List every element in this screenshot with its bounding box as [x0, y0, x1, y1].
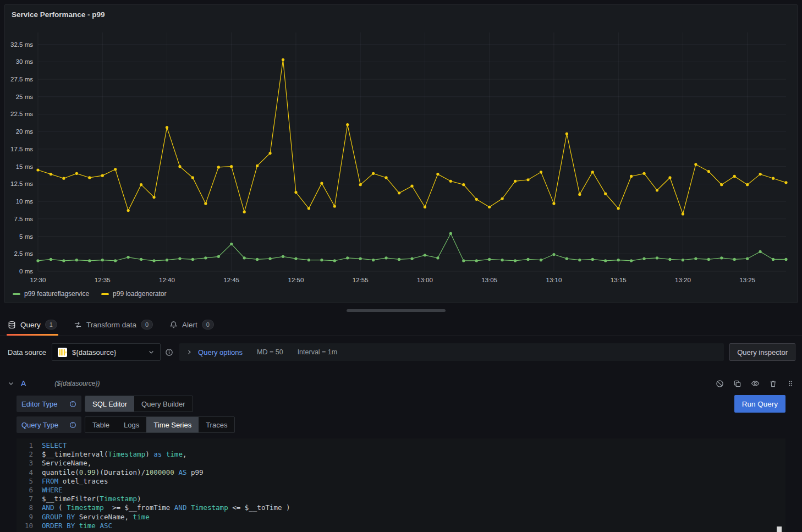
- svg-text:12:55: 12:55: [353, 277, 369, 283]
- tab-label: Query: [20, 321, 41, 329]
- query-row-header[interactable]: A (${datasource}): [8, 376, 794, 391]
- legend-item-loadgenerator[interactable]: p99 loadgenerator: [101, 290, 166, 298]
- query-type-radio-group: Table Logs Time Series Traces: [85, 416, 235, 433]
- query-options-md: MD = 50: [257, 348, 283, 356]
- chevron-right-icon: [186, 349, 193, 355]
- editor-tabs: Query 1 Transform data 0 Alert 0: [0, 314, 802, 336]
- svg-text:30 ms: 30 ms: [16, 58, 34, 65]
- editor-type-label: Editor Type: [21, 400, 58, 408]
- query-options-link[interactable]: Query options: [198, 348, 243, 357]
- tab-alert[interactable]: Alert 0: [168, 314, 215, 336]
- svg-text:22.5 ms: 22.5 ms: [10, 111, 33, 117]
- database-icon: [8, 321, 16, 329]
- tab-label: Alert: [182, 321, 197, 329]
- svg-text:12:40: 12:40: [159, 277, 175, 283]
- editor-type-label-chip: Editor Type: [17, 396, 81, 412]
- code-line[interactable]: 8AND ( Timestamp >= $__fromTime AND Time…: [17, 503, 785, 512]
- datasource-help-button[interactable]: [161, 343, 177, 361]
- line-number: 8: [17, 503, 42, 512]
- line-number: 6: [17, 486, 42, 495]
- query-type-label: Query Type: [21, 421, 58, 429]
- tab-query[interactable]: Query 1: [7, 314, 58, 336]
- svg-text:13:20: 13:20: [675, 277, 691, 283]
- svg-text:13:10: 13:10: [546, 277, 562, 283]
- horizontal-scrollbar-thumb[interactable]: [347, 309, 446, 312]
- chevron-down-icon: [148, 349, 155, 355]
- delete-query-icon[interactable]: [769, 380, 777, 388]
- editor-scrollbar-thumb[interactable]: [777, 526, 782, 532]
- query-type-option-traces[interactable]: Traces: [199, 417, 234, 432]
- query-options-interval: Interval = 1m: [298, 348, 338, 356]
- query-type-option-time-series[interactable]: Time Series: [146, 417, 199, 432]
- horizontal-scrollbar: [0, 308, 802, 314]
- bell-icon: [169, 321, 178, 329]
- datasource-select[interactable]: ${datasource}: [52, 343, 161, 361]
- svg-text:12:30: 12:30: [30, 277, 46, 283]
- svg-text:15 ms: 15 ms: [16, 163, 34, 170]
- chart-legend: p99 featureflagservice p99 loadgenerator: [5, 289, 797, 303]
- tab-count-badge: 0: [202, 320, 214, 330]
- query-options-bar[interactable]: Query options MD = 50 Interval = 1m: [179, 343, 724, 361]
- tab-count-badge: 0: [141, 320, 153, 330]
- editor-type-option-query-builder[interactable]: Query Builder: [134, 396, 192, 412]
- legend-label: p99 featureflagservice: [24, 290, 89, 298]
- query-row-actions: [716, 379, 794, 388]
- query-type-option-logs[interactable]: Logs: [117, 417, 146, 432]
- code-line[interactable]: 10ORDER BY time ASC: [17, 522, 785, 530]
- query-type-option-table[interactable]: Table: [85, 417, 117, 432]
- code-line[interactable]: 7$__timeFilter(Timestamp): [17, 495, 785, 503]
- panel-header[interactable]: Service Performance - p99: [5, 5, 797, 24]
- svg-text:13:05: 13:05: [481, 277, 497, 283]
- svg-text:13:25: 13:25: [739, 277, 755, 283]
- svg-text:12:45: 12:45: [223, 277, 239, 283]
- svg-text:7.5 ms: 7.5 ms: [14, 216, 33, 222]
- info-circle-icon[interactable]: [69, 421, 76, 429]
- svg-text:12:35: 12:35: [95, 277, 111, 283]
- disable-query-icon[interactable]: [716, 380, 724, 388]
- chevron-down-icon[interactable]: [8, 380, 14, 387]
- code-line[interactable]: 9GROUP BY ServiceName, time: [17, 513, 785, 522]
- line-number: 9: [17, 513, 42, 522]
- code-line[interactable]: 3ServiceName,: [17, 459, 785, 468]
- query-datasource-hint: (${datasource}): [54, 380, 100, 387]
- line-number: 10: [17, 522, 42, 530]
- svg-text:17.5 ms: 17.5 ms: [10, 146, 33, 152]
- info-circle-icon: [165, 348, 173, 357]
- duplicate-query-icon[interactable]: [733, 380, 741, 388]
- editor-type-radio-group: SQL Editor Query Builder: [85, 396, 193, 412]
- code-line[interactable]: 1SELECT: [17, 441, 785, 450]
- svg-text:2.5 ms: 2.5 ms: [14, 250, 33, 257]
- series-color-swatch: [101, 293, 109, 295]
- code-line[interactable]: 4quantile(0.99)(Duration)/1000000 AS p99: [17, 468, 785, 477]
- svg-text:20 ms: 20 ms: [16, 128, 34, 135]
- drag-handle-icon[interactable]: [787, 380, 794, 387]
- editor-type-option-sql-editor[interactable]: SQL Editor: [85, 396, 134, 412]
- timeseries-chart[interactable]: 0 ms2.5 ms5 ms7.5 ms10 ms12.5 ms15 ms17.…: [5, 24, 797, 289]
- legend-item-featureflagservice[interactable]: p99 featureflagservice: [13, 290, 89, 298]
- line-number: 2: [17, 450, 42, 459]
- panel-title: Service Performance - p99: [12, 10, 105, 19]
- info-circle-icon[interactable]: [69, 401, 76, 408]
- svg-text:27.5 ms: 27.5 ms: [10, 76, 33, 83]
- series-color-swatch: [13, 293, 20, 295]
- svg-text:0 ms: 0 ms: [19, 268, 33, 275]
- svg-text:10 ms: 10 ms: [16, 198, 34, 205]
- query-type-row: Query Type Table Logs Time Series Traces: [17, 416, 785, 433]
- code-line[interactable]: 6WHERE: [17, 486, 785, 495]
- tab-transform-data[interactable]: Transform data 0: [73, 314, 154, 336]
- editor-type-row: Editor Type SQL Editor Query Builder Run…: [17, 395, 785, 413]
- tab-count-badge: 1: [45, 320, 57, 330]
- datasource-value: ${datasource}: [72, 348, 143, 357]
- line-number: 4: [17, 468, 42, 477]
- line-number: 5: [17, 477, 42, 486]
- query-ref-id: A: [21, 379, 26, 388]
- toggle-visibility-icon[interactable]: [751, 379, 760, 388]
- code-line[interactable]: 5FROM otel_traces: [17, 477, 785, 486]
- svg-text:5 ms: 5 ms: [19, 233, 33, 240]
- code-line[interactable]: 2$__timeInterval(Timestamp) as time,: [17, 450, 785, 459]
- svg-text:12:50: 12:50: [288, 277, 304, 283]
- run-query-button[interactable]: Run Query: [734, 395, 785, 413]
- line-number: 3: [17, 459, 42, 468]
- query-inspector-button[interactable]: Query inspector: [729, 343, 795, 361]
- sql-code-editor[interactable]: 1SELECT2$__timeInterval(Timestamp) as ti…: [17, 438, 785, 532]
